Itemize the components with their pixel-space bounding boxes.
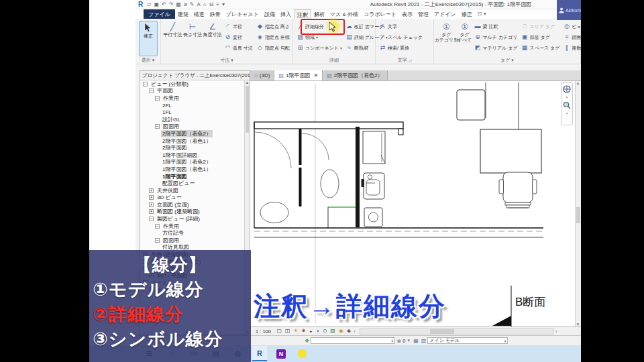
tree-item[interactable]: 2階平面図（着色1） bbox=[140, 137, 245, 145]
tree-item[interactable]: 配置図ビュー bbox=[140, 180, 245, 187]
tree-item[interactable]: +天井伏図 bbox=[140, 187, 245, 194]
angular-dimension-button[interactable]: ∠角度寸法 bbox=[203, 20, 222, 57]
design-option-select[interactable]: メイン モデル ▾ bbox=[427, 337, 508, 344]
customize-icon[interactable]: ▾ bbox=[222, 1, 225, 9]
tree-item[interactable]: 2FL bbox=[140, 102, 245, 109]
spot-slope-button[interactable]: ◇指定点 勾配 bbox=[255, 43, 291, 53]
view-reference-button[interactable]: ◎ビュー 参照 bbox=[561, 21, 581, 32]
ribbon-tab-view[interactable]: 表示 bbox=[399, 9, 415, 19]
chevron-down-icon[interactable]: ▾ bbox=[566, 111, 568, 115]
component-button[interactable]: ⊞コンポーネント▾ bbox=[295, 43, 343, 53]
collapse-icon[interactable]: − bbox=[143, 82, 148, 86]
ribbon-tab-architecture[interactable]: 建築 bbox=[175, 9, 191, 19]
find-replace-button[interactable]: ⇄検索/ 置換 bbox=[378, 43, 424, 53]
tree-item[interactable]: 1階平面図（着色2） bbox=[140, 159, 245, 166]
tree-item[interactable]: −図面用 bbox=[140, 237, 245, 244]
tree-item[interactable]: −作業用 bbox=[140, 223, 245, 230]
temporary-hide-isolate-icon[interactable]: ▧ bbox=[330, 328, 335, 335]
save-icon[interactable]: ▣ bbox=[154, 1, 159, 9]
tree-item[interactable]: 1階平面詳細図 bbox=[140, 152, 245, 159]
undo-icon[interactable]: ↶ bbox=[162, 1, 166, 9]
crop-region-icon[interactable]: ◑ bbox=[316, 328, 319, 335]
tree-item[interactable]: 設計GL bbox=[140, 116, 245, 123]
navigation-bar[interactable]: ▾ ▾ bbox=[561, 82, 573, 125]
collapse-icon[interactable]: − bbox=[155, 224, 160, 229]
hide-crop-icon[interactable]: ⊙ bbox=[323, 328, 327, 335]
taskbar-yellow-app-button[interactable] bbox=[298, 349, 307, 358]
ribbon-group-label[interactable]: 寸法 ▾ bbox=[161, 57, 292, 64]
tree-item[interactable]: −作業用 bbox=[140, 95, 245, 102]
tree-item[interactable]: 方位記号 bbox=[140, 229, 245, 237]
multi-rebar-button[interactable]: ∥複数 鉄筋 bbox=[561, 43, 581, 53]
reveal-hidden-icon[interactable]: ◉ bbox=[339, 328, 343, 335]
ribbon-tab-precast[interactable]: プレキャスト bbox=[223, 9, 262, 19]
text-icon[interactable]: A bbox=[197, 1, 200, 9]
ribbon-tab-file[interactable]: ファイル bbox=[144, 9, 175, 19]
taskbar-onenote-button[interactable]: N bbox=[276, 349, 286, 359]
active-workset-select[interactable]: ▾ bbox=[311, 337, 395, 344]
default-3d-view-icon[interactable]: ⌂ bbox=[203, 1, 207, 9]
print-icon[interactable]: ▦ bbox=[176, 1, 181, 9]
scroll-right-icon[interactable]: › bbox=[555, 329, 557, 334]
rendering-icon[interactable]: ◒ bbox=[309, 328, 313, 335]
collapse-icon[interactable]: − bbox=[155, 96, 160, 101]
ribbon-tab-systems[interactable]: 設備 bbox=[262, 9, 278, 19]
collapse-icon[interactable]: − bbox=[155, 124, 160, 129]
tag-all-button[interactable]: ①タグすべて bbox=[458, 20, 472, 57]
project-browser-header[interactable]: プロジェクト ブラウザ - 二上Exercise0307(2015) ✕ bbox=[140, 71, 250, 80]
dialog-launcher-icon[interactable]: ◿ bbox=[409, 58, 412, 62]
section-icon[interactable]: ⊟ bbox=[209, 1, 214, 9]
ribbon-tab-steel[interactable]: 鉄骨 bbox=[207, 9, 223, 19]
tree-item[interactable]: 1階平面図（着色1） bbox=[140, 166, 245, 173]
horizontal-scrollbar[interactable] bbox=[360, 328, 554, 335]
chevron-down-icon[interactable]: ▾ bbox=[566, 95, 568, 99]
collapse-icon[interactable]: − bbox=[149, 217, 154, 221]
tread-number-button[interactable]: ≡踏面 数 bbox=[561, 32, 581, 42]
link-icon[interactable]: ▥ bbox=[421, 338, 427, 344]
tree-item[interactable]: −ビュー (分類順) bbox=[140, 80, 245, 88]
spot-elevation-button[interactable]: ◆指定点 高さ bbox=[255, 21, 291, 32]
tag-by-category-button[interactable]: ①タグカテゴリ別 bbox=[436, 20, 457, 57]
tree-item[interactable]: 2階平面図（着色2） bbox=[140, 130, 245, 137]
scroll-up-icon[interactable]: ▲ bbox=[576, 81, 580, 85]
ribbon-display-toggle[interactable]: ⊡ ▾ bbox=[475, 9, 489, 19]
revit-logo-icon[interactable]: R bbox=[138, 1, 143, 9]
ribbon-tab-analyze[interactable]: 解析 bbox=[311, 9, 327, 19]
ribbon-group-label[interactable]: 選択 ▾ bbox=[136, 57, 160, 64]
tree-item[interactable]: +3D ビュー bbox=[140, 194, 245, 202]
tree-item[interactable]: 2階平面図 bbox=[140, 144, 245, 152]
ribbon-tab-collaborate[interactable]: コラボレート bbox=[361, 9, 399, 19]
diameter-dimension-button[interactable]: ⊘直径 bbox=[223, 32, 254, 42]
expand-icon[interactable]: + bbox=[149, 195, 154, 200]
ribbon-tab-annotate[interactable]: 注釈 bbox=[294, 9, 311, 19]
shadows-icon[interactable]: ✷ bbox=[301, 328, 306, 335]
browser-scrollbar-thumb[interactable] bbox=[246, 86, 249, 133]
ribbon-group-label[interactable]: 文字◿ bbox=[376, 57, 433, 64]
open-icon[interactable]: ▱ bbox=[147, 1, 151, 9]
redo-icon[interactable]: ↷ bbox=[169, 1, 174, 9]
design-options-icon[interactable]: ▦ bbox=[413, 338, 419, 344]
collapse-icon[interactable]: − bbox=[149, 88, 154, 93]
view-scale[interactable]: 1 : 100 bbox=[256, 328, 271, 335]
room-tag-button[interactable]: ▣部屋 タグ bbox=[520, 32, 561, 42]
material-tag-button[interactable]: ◩マテリアル タグ bbox=[473, 43, 519, 53]
sun-path-icon[interactable]: ✶ bbox=[294, 328, 299, 335]
vertical-scrollbar-thumb[interactable] bbox=[576, 207, 580, 223]
expand-icon[interactable]: + bbox=[149, 202, 154, 207]
steering-wheel-icon[interactable] bbox=[563, 85, 571, 93]
spot-coordinate-button[interactable]: ◈指定点 座標 bbox=[255, 32, 291, 42]
view-tab-1f-plan[interactable]: ▤1階平面図✕ bbox=[274, 70, 323, 80]
arc-length-dimension-button[interactable]: ◠弧長 寸法 bbox=[223, 43, 254, 53]
measure-icon[interactable]: ⌀ bbox=[184, 1, 187, 9]
tree-item[interactable]: +立面図 (立面) bbox=[140, 201, 245, 208]
modify-button[interactable]: 修正 bbox=[139, 21, 158, 56]
aligned-dimension-button[interactable]: ╱平行寸法 bbox=[163, 20, 182, 57]
tree-item[interactable]: −製図ビュー (詳細) bbox=[140, 215, 245, 223]
ribbon-tab-insert[interactable]: 挿入 bbox=[278, 9, 294, 19]
view-tab-3d[interactable]: ⌂(3D) bbox=[250, 70, 274, 80]
vertical-scrollbar[interactable]: ▲ ▼ bbox=[575, 81, 581, 326]
ribbon-tab-massing-site[interactable]: マス & 外構 bbox=[327, 9, 361, 19]
spell-check-button[interactable]: ✓スペル チェック bbox=[378, 32, 424, 42]
tree-item[interactable]: 1FL bbox=[140, 109, 245, 116]
scroll-left-icon[interactable]: ‹ bbox=[354, 329, 356, 334]
